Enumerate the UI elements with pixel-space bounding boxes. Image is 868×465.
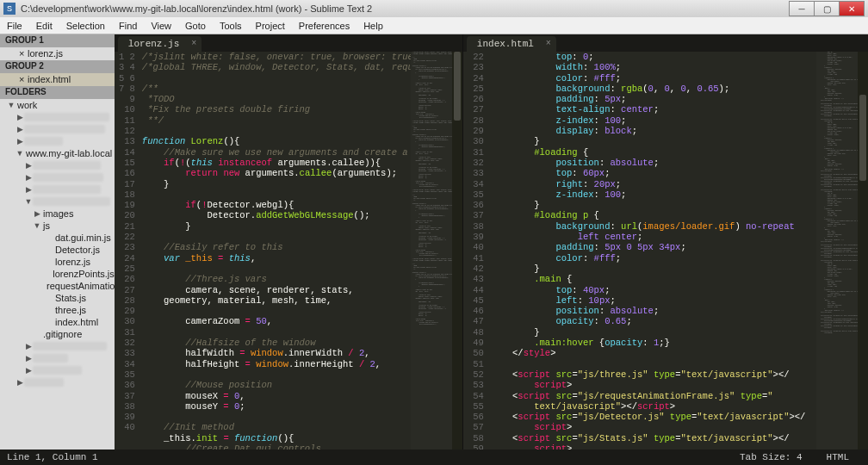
statusbar: Line 1, Column 1 Tab Size: 4 HTML xyxy=(0,450,868,465)
tree-label: requestAnimationFrame xyxy=(45,281,115,291)
menu-find[interactable]: Find xyxy=(112,17,144,34)
editor-area: lorenz.js× 1 2 3 4 5 6 7 8 9 10 11 12 13… xyxy=(115,34,868,450)
scroll-thumb[interactable] xyxy=(859,95,866,181)
tree-row[interactable]: ▶████████ xyxy=(0,123,115,135)
minimap-right[interactable]: top: 0; width: 100%; color: #fff; backgr… xyxy=(816,52,858,450)
maximize-button[interactable]: ▢ xyxy=(814,1,840,16)
app-icon: S xyxy=(3,3,16,15)
gutter-left: 1 2 3 4 5 6 7 8 9 10 11 12 13 14 15 16 1… xyxy=(115,52,142,450)
tree-row[interactable]: ▶████████ xyxy=(0,364,115,376)
tree-row[interactable]: requestAnimationFrame xyxy=(0,280,115,292)
tree-label: ████████ xyxy=(33,173,103,182)
chevron-icon: ▼ xyxy=(33,221,41,230)
chevron-icon: ▶ xyxy=(24,366,33,375)
window-controls: ─ ▢ ✕ xyxy=(790,1,865,16)
scrollbar-left[interactable] xyxy=(452,52,462,450)
chevron-icon: ▶ xyxy=(24,354,33,363)
tree-label: ████████ xyxy=(33,366,82,375)
tree-label: ████████ xyxy=(33,185,101,194)
tree-label: three.js xyxy=(53,305,86,315)
tree-row[interactable]: ▶████████ xyxy=(0,376,115,388)
menu-help[interactable]: Help xyxy=(356,17,390,34)
menu-file[interactable]: File xyxy=(0,17,29,34)
chevron-icon: ▶ xyxy=(16,378,24,387)
tree-row[interactable]: three.js xyxy=(0,304,115,316)
tree-row[interactable]: ▼www.my-git-lab.local xyxy=(0,147,115,159)
menu-goto[interactable]: Goto xyxy=(178,17,213,34)
tree-row[interactable]: ▶████████ xyxy=(0,171,115,183)
tree-row[interactable]: ▶images xyxy=(0,208,115,220)
tree-row[interactable]: ▶████████ xyxy=(0,159,115,171)
menu-edit[interactable]: Edit xyxy=(29,17,59,34)
tree-row[interactable]: ▶████████ xyxy=(0,135,115,147)
tab-bar-right: index.html× xyxy=(463,34,868,52)
menu-view[interactable]: View xyxy=(144,17,178,34)
minimap-left[interactable]: /*jslint white: false, onevar: true, bro… xyxy=(411,52,452,450)
tab-index[interactable]: index.html× xyxy=(467,36,556,52)
main-area: GROUP 1 ×lorenz.js GROUP 2 ×index.html F… xyxy=(0,34,868,450)
menu-selection[interactable]: Selection xyxy=(59,17,112,34)
chevron-icon: ▼ xyxy=(24,197,33,206)
group-item-label: index.html xyxy=(28,74,71,84)
tree-row[interactable]: ▶████████ xyxy=(0,183,115,195)
menu-project[interactable]: Project xyxy=(249,17,292,34)
tree-row[interactable]: dat.gui.min.js xyxy=(0,232,115,244)
chevron-icon: ▶ xyxy=(16,125,24,133)
menu-tools[interactable]: Tools xyxy=(213,17,249,34)
tree-row[interactable]: ▼work xyxy=(0,99,115,111)
close-button[interactable]: ✕ xyxy=(839,1,865,16)
tree-row[interactable]: lorenz.js xyxy=(0,256,115,268)
tree-row[interactable]: ▼████████ xyxy=(0,195,115,208)
tab-lorenz[interactable]: lorenz.js× xyxy=(118,36,202,52)
tree-row[interactable]: lorenzPoints.js xyxy=(0,268,115,280)
folder-tree: ▼work▶████████▶████████▶████████▼www.my-… xyxy=(0,99,115,450)
scrollbar-right[interactable] xyxy=(858,52,868,450)
tree-row[interactable]: ▼js xyxy=(0,220,115,232)
scroll-thumb[interactable] xyxy=(454,52,461,121)
chevron-icon: ▶ xyxy=(33,209,41,218)
code-body-right[interactable]: 22 23 24 25 26 27 28 29 30 31 32 33 34 3… xyxy=(463,52,868,450)
menu-preferences[interactable]: Preferences xyxy=(292,17,356,34)
tree-label: ████████ xyxy=(24,125,105,133)
tree-row[interactable]: Detector.js xyxy=(0,244,115,256)
tree-row[interactable]: ▶████████ xyxy=(0,340,115,352)
tree-label: ████████ xyxy=(33,161,101,170)
tree-label: .gitignore xyxy=(41,329,82,339)
status-tabsize[interactable]: Tab Size: 4 xyxy=(728,452,815,462)
sidebar-group1-item[interactable]: ×lorenz.js xyxy=(0,47,115,60)
sidebar-group2-header: GROUP 2 xyxy=(0,60,115,73)
status-syntax[interactable]: HTML xyxy=(815,452,861,462)
tree-label: index.html xyxy=(53,317,98,327)
tree-label: ████████ xyxy=(24,137,63,146)
tree-row[interactable]: ▶████████ xyxy=(0,111,115,123)
code-body-left[interactable]: 1 2 3 4 5 6 7 8 9 10 11 12 13 14 15 16 1… xyxy=(115,52,462,450)
tree-label: Detector.js xyxy=(53,245,100,255)
chevron-icon: ▶ xyxy=(24,185,33,194)
tree-label: ████████ xyxy=(33,354,68,363)
status-cursor: Line 1, Column 1 xyxy=(7,452,728,462)
sidebar: GROUP 1 ×lorenz.js GROUP 2 ×index.html F… xyxy=(0,34,115,450)
code-lines-left[interactable]: /*jslint white: false, onevar: true, bro… xyxy=(142,52,411,450)
close-icon[interactable]: × xyxy=(546,39,551,48)
tree-label: lorenz.js xyxy=(53,257,90,267)
chevron-icon: ▼ xyxy=(16,149,24,158)
gutter-right: 22 23 24 25 26 27 28 29 30 31 32 33 34 3… xyxy=(463,52,491,450)
close-icon[interactable]: × xyxy=(191,39,196,48)
tree-row[interactable]: Stats.js xyxy=(0,292,115,304)
window-title: C:\development\work\www.my-git-lab.local… xyxy=(21,3,790,14)
chevron-icon: ▼ xyxy=(7,101,16,109)
tab-label: lorenz.js xyxy=(128,39,179,49)
tab-bar-left: lorenz.js× xyxy=(115,34,462,52)
chevron-icon: ▶ xyxy=(24,173,33,182)
tree-label: lorenzPoints.js xyxy=(51,269,115,279)
tree-label: js xyxy=(41,220,50,231)
tree-label: www.my-git-lab.local xyxy=(24,148,112,158)
tree-row[interactable]: ▶████████ xyxy=(0,352,115,364)
tree-label: Stats.js xyxy=(53,293,86,303)
group-item-label: lorenz.js xyxy=(28,48,63,59)
tree-row[interactable]: .gitignore xyxy=(0,328,115,340)
tree-row[interactable]: index.html xyxy=(0,316,115,328)
code-lines-right[interactable]: top: 0; width: 100%; color: #fff; backgr… xyxy=(491,52,816,450)
minimize-button[interactable]: ─ xyxy=(789,1,815,16)
sidebar-group2-item[interactable]: ×index.html xyxy=(0,73,115,86)
